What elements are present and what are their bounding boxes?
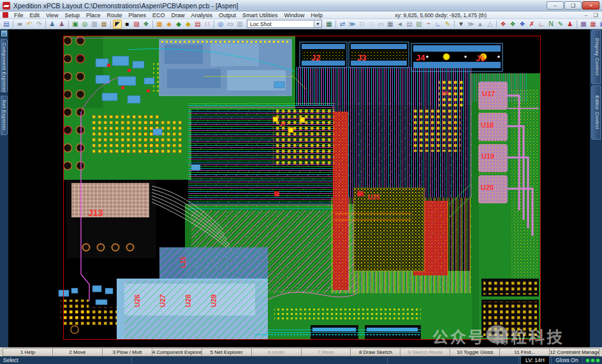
route-icon[interactable]: ≫ [348, 20, 356, 29]
redo-icon[interactable]: ↷ [34, 20, 43, 29]
fkey-2-move[interactable]: 2 Move [52, 348, 102, 356]
tri-down-icon[interactable]: △ [485, 20, 494, 29]
menu-smart-utilities[interactable]: Smart Utilities [239, 11, 281, 19]
menu-eco[interactable]: ECO [149, 11, 168, 19]
table-icon[interactable]: ▦ [386, 20, 395, 29]
fkey-12-constraint-manager[interactable]: 12 Constraint Manager... [549, 348, 599, 356]
corner-red-icon[interactable]: ∟ [537, 20, 546, 29]
find-icon[interactable]: ∞ [15, 20, 24, 29]
menu-setup[interactable]: Setup [61, 11, 83, 19]
zoom-window-icon[interactable]: ▭ [226, 20, 235, 29]
window-tile-icon[interactable]: ▦ [99, 20, 108, 29]
tab-display-control[interactable]: Display Control [591, 30, 601, 84]
tab-editor-control[interactable]: Editor Control [591, 85, 601, 140]
zoom-in-icon[interactable]: ◎ [216, 20, 225, 29]
close-button[interactable]: × [582, 1, 599, 10]
copy-view-icon[interactable]: ▣ [598, 20, 602, 29]
menu-output[interactable]: Output [216, 11, 239, 19]
delete-icon[interactable]: ✗ [527, 20, 536, 29]
tri-up-icon[interactable]: ▲ [476, 20, 485, 29]
assign-icon[interactable]: ♟ [566, 20, 575, 29]
fkey-8-draw-sketch[interactable]: 8 Draw Sketch [350, 348, 400, 356]
fkey-1-help[interactable]: 1 Help [3, 348, 52, 356]
maximize-button[interactable]: ❑ [564, 1, 582, 10]
function-key-bar: 1 Help2 Move3 Plow / Mult4 Component Exp… [0, 347, 602, 356]
select-arrow-icon[interactable]: ◤ [113, 20, 122, 29]
fkey-5-net-explorer[interactable]: 5 Net Explorer [202, 348, 251, 356]
layer-scheme-combo[interactable]: Loc Shot▼ [247, 20, 322, 28]
svg-text:J6: J6 [441, 90, 448, 96]
skip-icon[interactable]: ≫ [466, 20, 475, 29]
drc-check-icon[interactable]: ◈ [165, 20, 173, 29]
pcb-design-canvas[interactable]: J2 J3 J4 J5 J6 J7 J13 L15 U25 U26 U27 U2… [8, 29, 590, 347]
arc-route-icon[interactable]: ~ [424, 20, 433, 29]
diamond-green-icon[interactable]: ◆ [174, 20, 183, 29]
menu-planes[interactable]: Planes [125, 11, 149, 19]
menu-edit[interactable]: Edit [27, 11, 43, 19]
view-all-icon[interactable]: ▥ [235, 20, 244, 29]
pan-icon[interactable]: ⇄ [338, 20, 347, 29]
status-gloss: Gloss On [552, 356, 582, 364]
tab-net-explorer[interactable]: Net Explorer [1, 96, 8, 135]
fkey-6-undo: 6 Undo [251, 348, 301, 356]
swap-icon[interactable]: ▩ [579, 20, 588, 29]
menu-draw[interactable]: Draw [168, 11, 188, 19]
align-green-icon[interactable]: ❖ [508, 20, 517, 29]
minimize-button[interactable]: – [547, 1, 564, 10]
keys-icon[interactable]: ♟ [57, 20, 66, 29]
align-red-icon[interactable]: ❖ [499, 20, 508, 29]
menu-view[interactable]: View [43, 11, 61, 19]
pencil-icon[interactable]: ✎ [443, 20, 452, 29]
svg-text:J13: J13 [88, 208, 103, 218]
menu-route[interactable]: Route [103, 11, 125, 19]
place-rect-icon[interactable]: ▭ [376, 20, 385, 29]
display-colors-icon[interactable]: ▦ [325, 20, 334, 29]
plow-icon[interactable]: ❖ [142, 20, 150, 29]
menu-place[interactable]: Place [83, 11, 104, 19]
diamond-yellow-icon[interactable]: ◆ [184, 20, 193, 29]
align-blue-icon[interactable]: ❖ [518, 20, 527, 29]
toolbar-separator [68, 20, 69, 28]
measure-icon[interactable]: ▤ [193, 20, 202, 29]
menu-help[interactable]: Help [308, 11, 327, 19]
origin-icon[interactable]: ◎ [80, 20, 89, 29]
chevron-down-icon[interactable]: ▼ [314, 20, 321, 27]
app-logo-icon [3, 2, 10, 10]
session-icon[interactable]: ♟ [48, 20, 57, 29]
pen-green-icon[interactable]: ✎ [556, 20, 565, 29]
mdi-restore-button[interactable]: ❑ [592, 11, 599, 18]
mdi-minimize-button[interactable]: – [582, 11, 590, 18]
fkey-4-component-explorer[interactable]: 4 Component Explorer [152, 348, 202, 356]
menu-window[interactable]: Window [281, 11, 308, 19]
grid-setup-icon[interactable]: ▦ [155, 20, 164, 29]
via-grid-icon[interactable]: ∷ [357, 20, 366, 29]
pcb-canvas-svg[interactable]: J2 J3 J4 J5 J6 J7 J13 L15 U25 U26 U27 U2… [8, 29, 590, 347]
undo-icon[interactable]: ↶ [25, 20, 34, 29]
menu-analysis[interactable]: Analysis [188, 11, 216, 19]
svg-text:U20: U20 [481, 184, 494, 191]
grid-red-icon[interactable]: ▦ [589, 20, 598, 29]
board-view-icon[interactable]: ■ [122, 20, 131, 29]
fkey-3-plow-mult[interactable]: 3 Plow / Mult [102, 348, 152, 356]
svg-text:L15: L15 [180, 256, 187, 268]
svg-text:J7: J7 [279, 121, 286, 127]
fkey-10-toggle-gloss[interactable]: 10 Toggle Gloss [450, 348, 499, 356]
tab-component-explorer[interactable]: Component Explorer [1, 39, 8, 92]
toolbar-separator [214, 20, 214, 28]
via-field [191, 102, 472, 293]
open-board-icon[interactable]: ▣ [71, 20, 80, 29]
net-icon[interactable]: N [547, 20, 555, 29]
hatch-plane-icon[interactable]: ▨ [132, 20, 141, 29]
save-icon[interactable]: ▤ [2, 20, 11, 29]
corner-icon[interactable]: ∟ [434, 20, 443, 29]
dropdown-icon[interactable]: ▼ [457, 20, 466, 29]
hatch-b-icon[interactable]: ▤ [405, 20, 414, 29]
back-icon[interactable]: ◄ [395, 20, 404, 29]
svg-text:J5: J5 [476, 54, 485, 63]
menu-file[interactable]: File [11, 11, 27, 19]
notes-icon[interactable]: ∷ [203, 20, 212, 29]
window-cascade-icon[interactable]: ▥ [90, 20, 99, 29]
dots-icon[interactable]: ∷ [367, 20, 376, 29]
hatch-g-icon[interactable]: ▧ [415, 20, 423, 29]
menu-bar: FileEditViewSetupPlaceRoutePlanesECODraw… [0, 11, 602, 19]
